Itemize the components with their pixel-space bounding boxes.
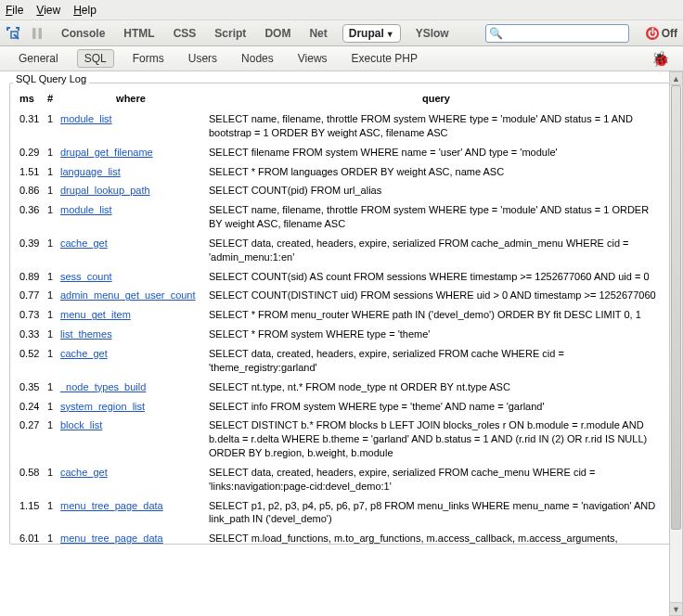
cell-query: SELECT data, created, headers, expire, s… <box>205 344 667 378</box>
cell-query: SELECT DISTINCT b.* FROM blocks b LEFT J… <box>205 416 667 463</box>
firebug-bug-icon[interactable]: 🐞 <box>651 50 670 68</box>
where-link[interactable]: system_region_list <box>60 401 145 412</box>
vertical-scrollbar[interactable]: ▲ ▼ <box>669 71 683 616</box>
cell-ms: 0.39 <box>16 234 44 267</box>
cell-ms: 0.33 <box>16 325 44 344</box>
tab-html[interactable]: HTML <box>120 24 158 43</box>
where-link[interactable]: list_themes <box>60 328 112 340</box>
header-query[interactable]: query <box>205 91 667 109</box>
sql-query-table: ms # where query 0.311module_listSELECT … <box>16 91 667 545</box>
svg-rect-1 <box>32 28 36 39</box>
cell-ms: 0.24 <box>16 397 44 417</box>
table-row: 0.581cache_getSELECT data, created, head… <box>16 463 667 496</box>
inspect-icon[interactable] <box>6 26 20 41</box>
table-row: 0.521cache_getSELECT data, created, head… <box>16 344 667 378</box>
cell-query: SELECT m.load_functions, m.to_arg_functi… <box>205 529 667 545</box>
tab-script[interactable]: Script <box>211 24 250 43</box>
header-ms[interactable]: ms <box>16 91 44 109</box>
tab-dom[interactable]: DOM <box>261 24 294 43</box>
cell-where: sess_count <box>57 267 205 287</box>
tab-net[interactable]: Net <box>305 24 330 43</box>
cell-where: menu_tree_page_data <box>57 529 205 545</box>
where-link[interactable]: block_list <box>60 419 102 430</box>
off-button[interactable]: ⏻ Off <box>646 27 677 40</box>
menu-help[interactable]: Help <box>73 4 97 17</box>
tab-drupal[interactable]: Drupal▼ <box>342 24 401 43</box>
where-link[interactable]: module_list <box>60 113 112 124</box>
cell-query: SELECT p1, p2, p3, p4, p5, p6, p7, p8 FR… <box>205 496 667 530</box>
cell-where: cache_get <box>57 234 205 267</box>
where-link[interactable]: cache_get <box>60 237 108 249</box>
where-link[interactable]: cache_get <box>60 348 108 359</box>
subtab-users[interactable]: Users <box>183 49 223 68</box>
where-link[interactable]: cache_get <box>60 467 108 478</box>
tab-console[interactable]: Console <box>58 24 109 43</box>
where-link[interactable]: sess_count <box>60 271 112 282</box>
cell-ms: 0.77 <box>16 286 44 305</box>
cell-count: 1 <box>44 181 57 200</box>
cell-count: 1 <box>44 416 57 463</box>
cell-where: admin_menu_get_user_count <box>57 286 205 305</box>
cell-ms: 0.36 <box>16 200 44 234</box>
subtab-nodes[interactable]: Nodes <box>236 49 279 68</box>
subtab-sql[interactable]: SQL <box>77 49 114 68</box>
tab-yslow[interactable]: YSlow <box>412 24 453 43</box>
where-link[interactable]: drupal_lookup_path <box>60 185 150 196</box>
cell-query: SELECT data, created, headers, expire, s… <box>205 234 667 267</box>
search-input-wrap[interactable]: 🔍 <box>485 24 629 43</box>
cell-where: list_themes <box>57 325 205 344</box>
cell-ms: 1.15 <box>16 496 44 530</box>
cell-query: SELECT COUNT(sid) AS count FROM sessions… <box>205 267 667 287</box>
subtab-views[interactable]: Views <box>292 49 333 68</box>
panel-tabs: Console HTML CSS Script DOM Net Drupal▼ … <box>58 24 453 43</box>
header-hash[interactable]: # <box>44 91 57 109</box>
menu-file[interactable]: File <box>6 4 23 17</box>
scroll-thumb[interactable] <box>671 85 681 530</box>
search-input[interactable] <box>506 28 625 39</box>
where-link[interactable]: language_list <box>60 166 121 177</box>
table-row: 0.351_node_types_buildSELECT nt.type, nt… <box>16 378 667 397</box>
cell-where: system_region_list <box>57 397 205 417</box>
sql-log-panel: SQL Query Log ms # where query 0.311modu… <box>0 71 683 545</box>
cell-where: drupal_get_filename <box>57 143 205 162</box>
tab-css[interactable]: CSS <box>170 24 200 43</box>
scroll-down-icon[interactable]: ▼ <box>669 602 683 616</box>
table-row: 0.361module_listSELECT name, filename, t… <box>16 200 667 234</box>
cell-where: module_list <box>57 200 205 234</box>
cell-query: SELECT COUNT(DISTINCT uid) FROM sessions… <box>205 286 667 305</box>
header-where[interactable]: where <box>57 91 205 109</box>
cell-where: menu_tree_page_data <box>57 496 205 530</box>
cell-query: SELECT * FROM system WHERE type = 'theme… <box>205 325 667 344</box>
cell-query: SELECT info FROM system WHERE type = 'th… <box>205 397 667 417</box>
cell-count: 1 <box>44 529 57 545</box>
table-row: 0.291drupal_get_filenameSELECT filename … <box>16 143 667 162</box>
table-row: 0.891sess_countSELECT COUNT(sid) AS coun… <box>16 267 667 287</box>
where-link[interactable]: module_list <box>60 204 112 215</box>
where-link[interactable]: _node_types_build <box>60 381 146 392</box>
scroll-track[interactable] <box>669 85 683 602</box>
cell-count: 1 <box>44 109 57 143</box>
scroll-up-icon[interactable]: ▲ <box>669 71 683 85</box>
subtab-execphp[interactable]: Execute PHP <box>346 49 423 68</box>
cell-ms: 0.58 <box>16 463 44 496</box>
cell-ms: 0.89 <box>16 267 44 287</box>
cell-ms: 0.35 <box>16 378 44 397</box>
menu-view[interactable]: View <box>36 4 60 17</box>
where-link[interactable]: admin_menu_get_user_count <box>60 289 196 301</box>
table-row: 0.331list_themesSELECT * FROM system WHE… <box>16 325 667 344</box>
cell-ms: 0.27 <box>16 416 44 463</box>
where-link[interactable]: menu_get_item <box>60 309 131 320</box>
cell-count: 1 <box>44 305 57 325</box>
subtab-general[interactable]: General <box>13 49 64 68</box>
table-row: 0.391cache_getSELECT data, created, head… <box>16 234 667 267</box>
cell-count: 1 <box>44 267 57 287</box>
where-link[interactable]: menu_tree_page_data <box>60 533 163 544</box>
where-link[interactable]: menu_tree_page_data <box>60 500 163 511</box>
table-row: 0.731menu_get_itemSELECT * FROM menu_rou… <box>16 305 667 325</box>
subtab-forms[interactable]: Forms <box>127 49 170 68</box>
pause-icon[interactable] <box>30 26 45 41</box>
cell-ms: 0.86 <box>16 181 44 200</box>
cell-query: SELECT COUNT(pid) FROM url_alias <box>205 181 667 200</box>
drupal-subtabs: General SQL Forms Users Nodes Views Exec… <box>0 46 683 71</box>
where-link[interactable]: drupal_get_filename <box>60 147 153 158</box>
